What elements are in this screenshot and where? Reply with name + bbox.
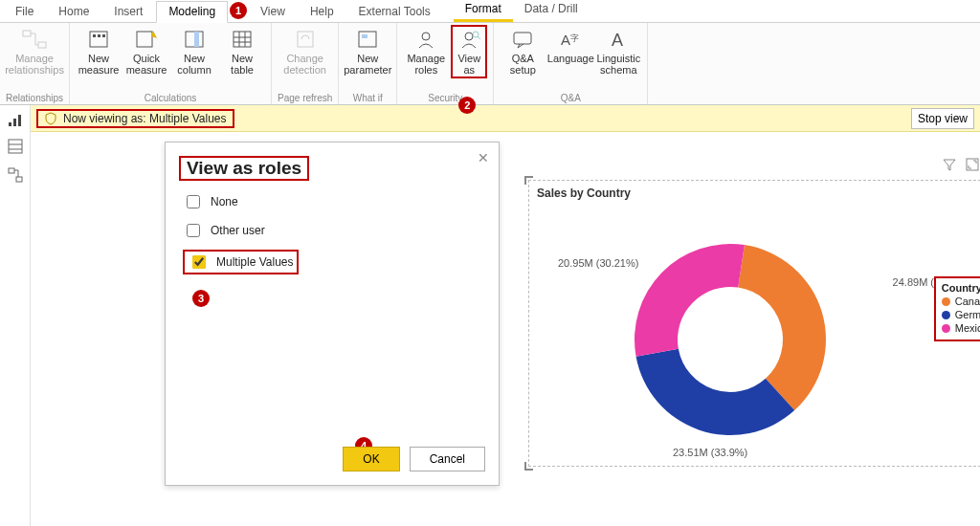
ok-button[interactable]: OK: [343, 447, 399, 471]
svg-rect-21: [514, 33, 531, 44]
change-detection-button[interactable]: Change detection: [282, 25, 328, 78]
close-icon[interactable]: ✕: [478, 150, 489, 165]
model-view-icon[interactable]: [5, 164, 26, 186]
svg-text:A: A: [612, 31, 623, 50]
tab-data-drill[interactable]: Data / Drill: [513, 0, 590, 22]
roles-icon: [412, 27, 440, 52]
legend-swatch: [942, 324, 950, 333]
view-switcher: [0, 105, 31, 132]
manage-roles-button[interactable]: Manage roles: [403, 25, 449, 78]
chart-title: Sales by Country: [529, 181, 980, 200]
cancel-button[interactable]: Cancel: [410, 447, 485, 471]
svg-rect-16: [362, 34, 368, 38]
viewing-as-text: Now viewing as: Multiple Values: [63, 112, 227, 125]
svg-text:A: A: [561, 32, 570, 48]
group-security: Security: [428, 92, 462, 103]
svg-rect-28: [9, 140, 22, 153]
tab-file[interactable]: File: [4, 2, 45, 22]
svg-point-17: [422, 33, 430, 40]
shield-icon: [44, 112, 57, 125]
group-relationships: Relationships: [6, 92, 63, 103]
group-whatif: What if: [353, 92, 383, 103]
change-detection-icon: [291, 27, 320, 52]
new-column-icon: [180, 27, 209, 52]
svg-rect-9: [234, 32, 251, 47]
role-option-other-user[interactable]: Other user: [183, 221, 481, 240]
group-calculations: Calculations: [145, 92, 196, 103]
legend-title: Country: [942, 282, 980, 294]
group-page-refresh: Page refresh: [278, 92, 332, 103]
callout-1: 1: [230, 2, 247, 19]
legend-swatch: [942, 311, 950, 319]
svg-rect-2: [90, 32, 107, 47]
svg-rect-1: [38, 42, 46, 48]
svg-rect-6: [137, 32, 152, 47]
legend-swatch: [942, 297, 950, 306]
svg-rect-4: [98, 34, 100, 37]
tab-help[interactable]: Help: [299, 2, 345, 22]
role-option-multiple-values[interactable]: Multiple Values: [183, 250, 299, 274]
tab-format[interactable]: Format: [454, 0, 513, 22]
svg-rect-5: [102, 34, 105, 37]
linguistic-schema-button[interactable]: ALinguistic schema: [595, 25, 641, 78]
qa-icon: [508, 27, 537, 52]
view-as-icon: [455, 27, 483, 52]
svg-line-20: [478, 36, 480, 39]
new-column-button[interactable]: New column: [171, 25, 217, 78]
new-table-button[interactable]: New table: [219, 25, 265, 78]
new-table-icon: [228, 27, 256, 52]
data-label-germany: 23.51M (33.9%): [673, 447, 747, 458]
legend-item-germany[interactable]: Germany: [942, 309, 980, 320]
quick-measure-icon: [132, 27, 161, 52]
tab-home[interactable]: Home: [47, 2, 100, 22]
legend-item-canada[interactable]: Canada: [942, 296, 980, 307]
svg-text:字: 字: [570, 33, 579, 43]
qa-setup-button[interactable]: Q&A setup: [500, 25, 546, 78]
svg-point-18: [465, 33, 473, 40]
visual-header: ···: [943, 158, 980, 171]
view-as-roles-dialog: ✕ View as roles None Other user Multiple…: [165, 142, 500, 486]
legend: Country Canada Germany Mexico: [934, 276, 980, 341]
data-label-mexico: 20.95M (30.21%): [558, 257, 638, 269]
new-parameter-button[interactable]: New parameter: [345, 25, 390, 78]
linguistic-icon: A: [604, 27, 633, 52]
filter-icon[interactable]: [943, 158, 956, 171]
parameter-icon: [353, 27, 382, 52]
dialog-title: View as roles: [179, 156, 309, 181]
svg-rect-27: [18, 115, 21, 126]
svg-rect-8: [194, 32, 199, 47]
svg-rect-32: [16, 177, 22, 182]
svg-rect-26: [13, 119, 16, 126]
quick-measure-button[interactable]: Quick measure: [123, 25, 169, 78]
chart-visual[interactable]: ··· Sales by Country 24.89M (35.89%) 23.…: [528, 180, 980, 467]
report-view-icon[interactable]: [5, 109, 26, 130]
tab-insert[interactable]: Insert: [102, 2, 154, 22]
language-icon: A字: [556, 27, 585, 52]
svg-rect-0: [23, 31, 31, 36]
report-canvas[interactable]: ✕ View as roles None Other user Multiple…: [31, 132, 980, 526]
svg-rect-31: [9, 168, 14, 173]
language-button[interactable]: A字Language: [547, 25, 593, 78]
role-option-none[interactable]: None: [183, 192, 481, 211]
new-measure-button[interactable]: New measure: [76, 25, 122, 78]
viewing-as-bar: Now viewing as: Multiple Values Stop vie…: [31, 105, 980, 132]
tab-strip: File Home Insert Modeling 1 View Help Ex…: [0, 0, 980, 23]
data-view-icon[interactable]: [5, 136, 26, 157]
svg-rect-15: [359, 32, 376, 47]
tab-view[interactable]: View: [249, 2, 297, 22]
relationships-icon: [20, 27, 49, 52]
svg-rect-14: [298, 32, 313, 47]
ribbon: Manage relationships Relationships New m…: [0, 23, 980, 105]
donut-chart: [587, 206, 855, 454]
view-as-button[interactable]: View as: [451, 25, 487, 78]
manage-relationships-label: Manage relationships: [5, 54, 64, 77]
manage-relationships-button[interactable]: Manage relationships: [11, 25, 57, 78]
focus-mode-icon[interactable]: [966, 158, 979, 171]
group-qa: Q&A: [561, 92, 581, 103]
stop-viewing-button[interactable]: Stop view: [911, 108, 974, 129]
tab-external-tools[interactable]: External Tools: [347, 2, 442, 22]
tab-modeling[interactable]: Modeling: [156, 1, 228, 23]
measure-icon: [84, 27, 113, 52]
legend-item-mexico[interactable]: Mexico: [942, 322, 980, 334]
svg-rect-25: [9, 122, 11, 126]
